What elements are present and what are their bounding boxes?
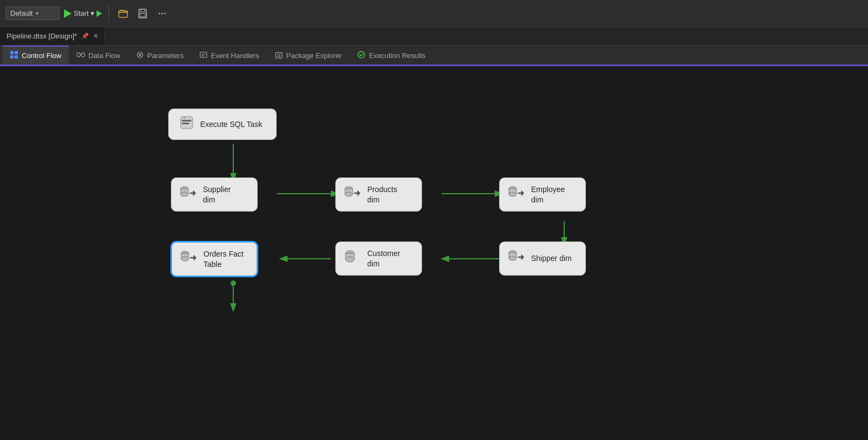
- doc-tab-title: Pipeline.dtsx [Design]*: [7, 32, 77, 40]
- save-button[interactable]: [135, 6, 150, 21]
- customer-dim-node[interactable]: Customerdim: [335, 241, 422, 276]
- svg-rect-7: [10, 51, 14, 54]
- document-tab[interactable]: Pipeline.dtsx [Design]* 📌 ✕: [0, 27, 105, 45]
- supplier-dim-node[interactable]: Supplierdim: [171, 177, 258, 212]
- config-label: Default: [10, 9, 33, 17]
- tab-event-handlers[interactable]: Event Handlers: [192, 46, 267, 65]
- connector-dot: [231, 280, 236, 286]
- tab-parameters[interactable]: Parameters: [128, 46, 192, 65]
- execute-sql-label: Execute SQL Task: [200, 120, 262, 129]
- start-button[interactable]: Start ▾: [74, 9, 94, 17]
- svg-rect-30: [182, 120, 192, 122]
- orders-fact-icon: [180, 248, 198, 270]
- execute-sql-task-node[interactable]: Execute SQL Task: [168, 109, 277, 140]
- tab-event-handlers-label: Event Handlers: [211, 52, 259, 60]
- shipper-dim-node[interactable]: Shipper dim: [499, 241, 586, 276]
- orders-fact-label: Orders FactTable: [203, 249, 244, 269]
- pin-icon[interactable]: 📌: [81, 33, 89, 40]
- tab-data-flow[interactable]: Data Flow: [69, 46, 128, 65]
- svg-rect-9: [10, 55, 14, 59]
- products-dim-label: Productsdim: [367, 184, 397, 204]
- svg-point-6: [164, 12, 166, 14]
- toolbar-sep-1: [108, 5, 109, 22]
- execution-results-icon: [357, 50, 366, 61]
- package-explorer-icon: [275, 50, 283, 61]
- products-dim-icon: [343, 183, 362, 206]
- svg-point-34: [181, 192, 188, 196]
- shipper-dim-icon: [507, 247, 526, 270]
- tab-parameters-label: Parameters: [148, 52, 184, 60]
- svg-rect-15: [200, 52, 207, 58]
- start-group: Start ▾: [64, 9, 102, 18]
- config-dropdown[interactable]: Default ▾: [5, 7, 60, 20]
- config-arrow: ▾: [36, 10, 39, 16]
- orders-fact-table-node[interactable]: Orders FactTable: [171, 241, 258, 277]
- execute-sql-icon: [178, 114, 195, 134]
- canvas: Execute SQL Task Supplierdim Productsdim: [0, 66, 868, 440]
- tab-data-flow-label: Data Flow: [88, 52, 120, 60]
- svg-point-40: [509, 192, 516, 196]
- svg-point-46: [346, 257, 354, 262]
- svg-rect-8: [15, 51, 18, 54]
- svg-point-49: [509, 256, 516, 260]
- customer-dim-icon: [343, 247, 362, 270]
- more-button[interactable]: [155, 6, 170, 21]
- arrows-svg: [0, 66, 868, 440]
- svg-point-12: [81, 53, 85, 57]
- tab-package-explorer-label: Package Explorer: [286, 52, 342, 60]
- employee-dim-icon: [507, 183, 526, 206]
- svg-point-11: [77, 53, 80, 57]
- start-label: Start: [74, 9, 88, 17]
- control-flow-icon: [10, 50, 18, 61]
- svg-rect-0: [119, 11, 127, 17]
- supplier-dim-label: Supplierdim: [203, 184, 231, 204]
- svg-rect-10: [15, 55, 18, 59]
- event-handlers-icon: [199, 50, 208, 61]
- nav-tabbar: Control Flow Data Flow Parameters Event …: [0, 46, 868, 66]
- tab-execution-results-label: Execution Results: [369, 52, 425, 60]
- products-dim-node[interactable]: Productsdim: [335, 177, 422, 212]
- shipper-dim-label: Shipper dim: [531, 253, 572, 263]
- folder-open-button[interactable]: [116, 6, 131, 21]
- employee-dim-label: Employeedim: [531, 184, 565, 204]
- svg-point-4: [159, 12, 161, 14]
- document-tabbar: Pipeline.dtsx [Design]* 📌 ✕: [0, 27, 868, 46]
- svg-rect-3: [140, 14, 145, 17]
- tab-control-flow-label: Control Flow: [22, 52, 61, 60]
- svg-rect-31: [182, 123, 189, 124]
- toolbar: Default ▾ Start ▾: [0, 0, 868, 27]
- parameters-icon: [136, 50, 144, 61]
- supplier-dim-icon: [179, 183, 197, 206]
- svg-point-43: [181, 257, 189, 261]
- tab-package-explorer[interactable]: Package Explorer: [267, 46, 350, 65]
- data-flow-icon: [76, 50, 85, 61]
- tab-control-flow[interactable]: Control Flow: [2, 46, 69, 65]
- svg-point-37: [345, 192, 353, 196]
- run-icon[interactable]: [97, 10, 102, 17]
- customer-dim-label: Customerdim: [367, 248, 400, 268]
- employee-dim-node[interactable]: Employeedim: [499, 177, 586, 212]
- start-play-icon: [64, 9, 72, 18]
- close-icon[interactable]: ✕: [93, 33, 98, 40]
- svg-point-5: [162, 12, 163, 14]
- start-dropdown-arrow: ▾: [91, 9, 94, 17]
- tab-execution-results[interactable]: Execution Results: [349, 46, 433, 65]
